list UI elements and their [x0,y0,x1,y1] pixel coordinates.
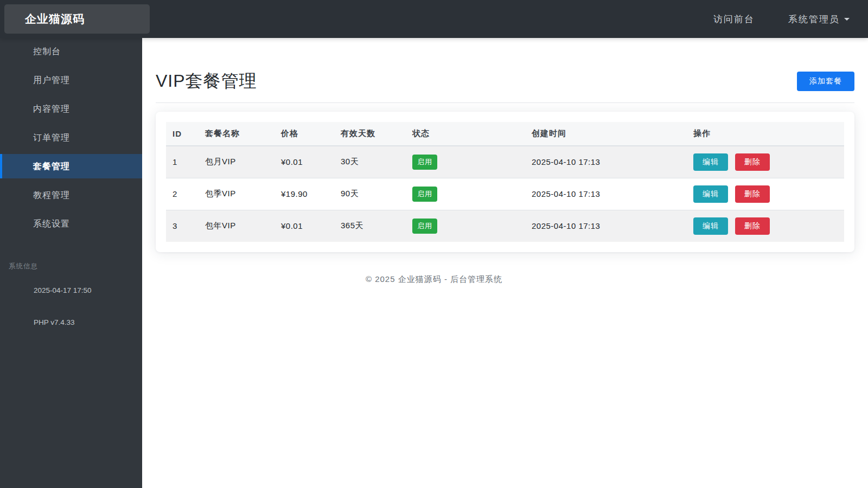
cell-created: 2025-04-10 17:13 [525,178,687,210]
visit-frontend-link[interactable]: 访问前台 [713,13,755,25]
brand-logo-text: 企业猫源码 [25,11,85,27]
cell-days: 30天 [334,146,406,178]
cell-days: 365天 [334,210,406,242]
col-header-actions: 操作 [687,122,844,146]
packages-table: ID 套餐名称 价格 有效天数 状态 创建时间 操作 1 包月VIP ¥0.01… [166,122,844,242]
col-header-id: ID [166,122,199,146]
cell-days: 90天 [334,178,406,210]
sidebar-item-packages[interactable]: 套餐管理 [0,154,142,178]
chevron-down-icon [844,18,850,21]
page-header: VIP套餐管理 添加套餐 [156,69,854,93]
cell-price: ¥19.90 [275,178,334,210]
table-row: 3 包年VIP ¥0.01 365天 启用 2025-04-10 17:13 编… [166,210,844,242]
edit-button[interactable]: 编辑 [693,153,728,171]
page-title: VIP套餐管理 [156,69,257,93]
admin-user-label: 系统管理员 [788,13,840,25]
sidebar-item-dashboard[interactable]: 控制台 [0,39,142,63]
col-header-price: 价格 [275,122,334,146]
col-header-status: 状态 [406,122,525,146]
sidebar-item-tutorials[interactable]: 教程管理 [0,183,142,207]
table-row: 1 包月VIP ¥0.01 30天 启用 2025-04-10 17:13 编辑… [166,146,844,178]
table-row: 2 包季VIP ¥19.90 90天 启用 2025-04-10 17:13 编… [166,178,844,210]
php-version-text: PHP v7.4.33 [0,306,142,338]
sidebar-item-users[interactable]: 用户管理 [0,68,142,92]
cell-name: 包月VIP [199,146,275,178]
status-badge: 启用 [412,187,437,202]
system-time-text: 2025-04-17 17:50 [0,274,142,306]
cell-id: 3 [166,210,199,242]
admin-user-dropdown[interactable]: 系统管理员 [788,13,850,25]
cell-id: 1 [166,146,199,178]
col-header-created: 创建时间 [525,122,687,146]
edit-button[interactable]: 编辑 [693,185,728,203]
brand-logo[interactable]: 企业猫源码 [4,4,150,34]
cell-id: 2 [166,178,199,210]
sidebar-item-orders[interactable]: 订单管理 [0,125,142,150]
sidebar-item-settings[interactable]: 系统设置 [0,211,142,236]
sidebar-item-content[interactable]: 内容管理 [0,97,142,121]
sidebar: 控制台 用户管理 内容管理 订单管理 套餐管理 教程管理 系统设置 系统信息 2… [0,38,142,488]
delete-button[interactable]: 删除 [735,153,770,171]
delete-button[interactable]: 删除 [735,185,770,203]
status-badge: 启用 [412,155,437,170]
cell-name: 包季VIP [199,178,275,210]
edit-button[interactable]: 编辑 [693,217,728,235]
packages-table-card: ID 套餐名称 价格 有效天数 状态 创建时间 操作 1 包月VIP ¥0.01… [156,112,854,252]
add-package-button[interactable]: 添加套餐 [797,72,854,91]
title-divider [156,102,854,103]
cell-created: 2025-04-10 17:13 [525,146,687,178]
col-header-name: 套餐名称 [199,122,275,146]
system-info-heading: 系统信息 [0,259,142,274]
delete-button[interactable]: 删除 [735,217,770,235]
cell-created: 2025-04-10 17:13 [525,210,687,242]
col-header-days: 有效天数 [334,122,406,146]
cell-price: ¥0.01 [275,146,334,178]
cell-name: 包年VIP [199,210,275,242]
cell-price: ¥0.01 [275,210,334,242]
status-badge: 启用 [412,219,437,234]
table-header-row: ID 套餐名称 价格 有效天数 状态 创建时间 操作 [166,122,844,146]
main-content: VIP套餐管理 添加套餐 ID 套餐名称 价格 有效天数 状态 创建时间 操作 [142,38,868,488]
